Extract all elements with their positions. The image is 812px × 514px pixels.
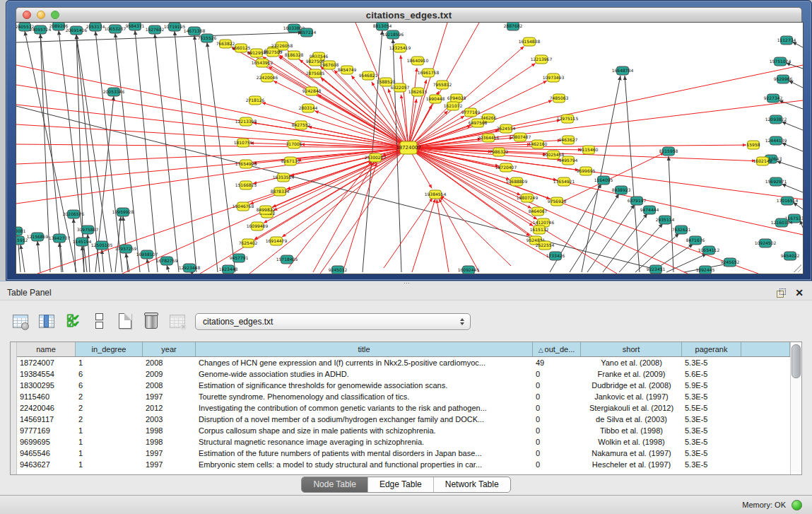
table-cell-short[interactable]: Yano et al. (2008) — [581, 357, 682, 368]
network-node[interactable]: 9463627 — [559, 136, 578, 144]
network-node[interactable]: 9699695 — [577, 167, 596, 175]
network-node[interactable]: 15751074 — [770, 57, 792, 66]
table-cell-out_degree[interactable]: 0 — [533, 459, 581, 470]
network-node[interactable]: 15046768 — [233, 202, 254, 211]
table-cell-in_degree[interactable]: 2 — [76, 402, 143, 414]
network-node[interactable]: 2522554 — [536, 241, 555, 250]
network-node[interactable]: 7632621 — [672, 226, 691, 234]
network-node[interactable]: 12923448 — [179, 264, 201, 272]
table-cell-year[interactable]: 1997 — [143, 391, 196, 402]
table-cell-out_degree[interactable]: 0 — [533, 368, 581, 380]
table-cell-year[interactable]: 2009 — [143, 368, 196, 380]
network-node[interactable]: 9529966 — [774, 75, 793, 83]
table-cell-name[interactable]: 9463627 — [17, 459, 76, 470]
network-node[interactable]: 16914479 — [266, 237, 288, 245]
table-cell-in_degree[interactable]: 1 — [76, 436, 143, 448]
select-all-columns-icon[interactable]: ☑✔☑✔ — [64, 312, 82, 330]
network-node[interactable]: 1990448 — [426, 95, 445, 103]
table-cell-pagerank[interactable]: 5.3E-5 — [682, 459, 741, 470]
table-row[interactable]: 946554611997Estimation of the future num… — [17, 448, 790, 459]
network-node[interactable]: 9756928 — [548, 197, 567, 206]
network-node[interactable]: 9495794 — [559, 156, 578, 165]
table-cell-short[interactable]: Wolkin et al. (1998) — [581, 436, 682, 448]
table-cell-short[interactable]: Franke et al. (2009) — [581, 368, 682, 380]
table-cell-title[interactable]: Estimation of the future numbers of pati… — [196, 448, 533, 459]
network-node[interactable]: 8427552 — [292, 121, 311, 129]
column-header-name[interactable]: name — [17, 342, 76, 356]
network-node[interactable]: 9457791 — [230, 254, 249, 262]
table-cell-out_degree[interactable]: 0 — [533, 448, 581, 459]
network-node[interactable]: 8150081 — [16, 227, 26, 235]
table-cell-in_degree[interactable]: 1 — [76, 448, 143, 459]
network-node[interactable]: 16099489 — [247, 222, 269, 230]
network-node[interactable]: 7986322 — [490, 148, 509, 156]
network-node[interactable]: 9245652 — [721, 258, 740, 267]
table-cell-out_degree[interactable]: 0 — [533, 425, 581, 436]
network-node[interactable]: 20691406 — [66, 26, 88, 35]
network-node[interactable]: 7625402 — [239, 239, 258, 247]
table-cell-name[interactable]: 14569117 — [17, 414, 76, 425]
column-header-in_degree[interactable]: in_degree — [76, 342, 143, 356]
table-cell-short[interactable]: Hescheler et al. (1997) — [581, 459, 682, 470]
network-node[interactable]: 10924502 — [755, 239, 777, 247]
table-row[interactable]: 911546021997Tourette syndrome. Phenomeno… — [17, 391, 790, 402]
network-node[interactable]: 17959928 — [112, 208, 134, 216]
table-cell-in_degree[interactable]: 6 — [76, 380, 143, 391]
table-cell-pagerank[interactable]: 5.3E-5 — [682, 448, 741, 459]
table-cell-out_degree[interactable]: 49 — [533, 357, 581, 368]
network-node[interactable]: 19218596 — [382, 30, 404, 39]
network-node[interactable]: 17957259 — [115, 245, 137, 253]
table-cell-title[interactable]: Embryonic stem cells: a model to study s… — [196, 459, 533, 470]
network-node[interactable]: 16648784 — [612, 66, 634, 75]
network-node[interactable]: 9584371 — [126, 23, 145, 30]
scrollbar-thumb[interactable] — [792, 344, 801, 378]
network-node[interactable]: 1923448 — [219, 265, 238, 274]
table-cell-pagerank[interactable]: 5.3E-5 — [682, 436, 741, 448]
network-canvas[interactable]: 2405572240557242089206206914062053174106… — [16, 23, 803, 274]
table-cell-pagerank[interactable]: 5.6E-5 — [682, 368, 741, 380]
table-cell-pagerank[interactable]: 5.9E-5 — [682, 380, 741, 391]
table-row[interactable]: 1456911722003Disruption of a novel membe… — [17, 414, 790, 425]
network-node[interactable]: 16154838 — [519, 37, 541, 46]
column-header-short[interactable]: short — [581, 342, 682, 356]
table-cell-short[interactable]: Dudbridge et al. (2008) — [581, 380, 682, 391]
table-cell-year[interactable]: 1997 — [143, 459, 196, 470]
table-cell-short[interactable]: Nakamura et al. (1997) — [581, 448, 682, 459]
network-node[interactable]: 16958107 — [136, 250, 158, 259]
table-cell-year[interactable]: 2012 — [143, 402, 196, 414]
table-cell-out_degree[interactable]: 0 — [533, 436, 581, 448]
network-node[interactable]: 1527602 — [146, 25, 165, 34]
network-node[interactable]: 2718126 — [246, 96, 265, 105]
table-row[interactable]: 977716911998Corpus callosum shape and si… — [17, 425, 790, 436]
table-cell-name[interactable]: 9777169 — [17, 425, 76, 436]
network-node[interactable]: 1733426 — [546, 252, 565, 260]
network-node[interactable]: 15958 — [746, 141, 760, 149]
network-node[interactable]: 8878334 — [271, 187, 290, 196]
table-cell-pagerank[interactable]: 5.3E-5 — [682, 425, 741, 436]
network-node[interactable]: 6379197 — [628, 197, 647, 205]
network-node[interactable]: 12975115 — [557, 115, 579, 123]
tab-network-table[interactable]: Network Table — [434, 477, 510, 492]
network-node[interactable]: 12156869 — [27, 233, 49, 241]
table-cell-title[interactable]: Corpus callosum shape and size in male p… — [196, 425, 533, 436]
table-cell-name[interactable]: 9699695 — [17, 436, 76, 448]
network-node[interactable]: 24055724 — [30, 25, 52, 34]
network-node[interactable]: 10653287 — [105, 25, 126, 33]
table-cell-out_degree[interactable]: 0 — [533, 414, 581, 425]
network-node[interactable]: 6322057 — [391, 83, 410, 92]
network-node[interactable]: 12213967 — [531, 55, 553, 64]
table-cell-name[interactable]: 22420046 — [17, 402, 76, 414]
network-node[interactable]: 16092445 — [458, 266, 480, 274]
table-cell-year[interactable]: 1998 — [143, 425, 196, 436]
table-cell-name[interactable]: 9115460 — [17, 391, 76, 402]
network-node[interactable]: 1602149 — [753, 157, 772, 165]
network-node[interactable]: 1362615 — [408, 88, 428, 96]
table-cell-in_degree[interactable]: 1 — [76, 425, 143, 436]
table-cell-title[interactable]: Structural magnetic resonance image aver… — [196, 436, 533, 448]
table-cell-in_degree[interactable]: 1 — [76, 459, 143, 470]
table-cell-year[interactable]: 1998 — [143, 436, 196, 448]
table-cell-name[interactable]: 18300295 — [17, 380, 76, 391]
column-header-title[interactable]: title — [196, 342, 533, 356]
network-node[interactable]: 13942737 — [49, 234, 71, 243]
table-cell-out_degree[interactable]: 0 — [533, 391, 581, 402]
